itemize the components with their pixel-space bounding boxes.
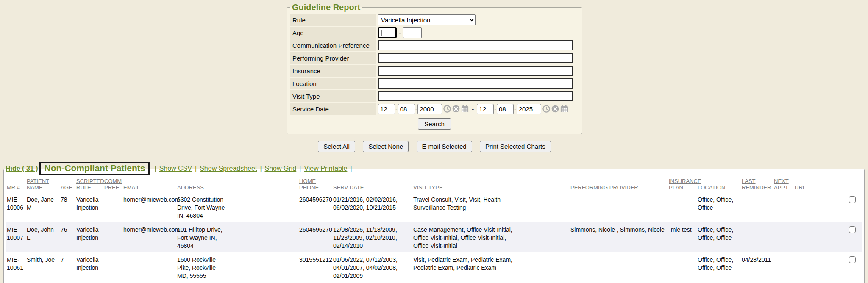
select-all-button[interactable]: Select All	[318, 141, 355, 152]
service-date-to-year[interactable]	[517, 104, 541, 114]
column-header-text: VISIT TYPE	[413, 184, 443, 191]
clock-icon[interactable]	[542, 105, 550, 113]
clear-icon[interactable]	[452, 105, 460, 113]
cell-serv_date: 01/21/2016, 02/02/2016, 06/02/2020, 10/2…	[332, 192, 412, 222]
non-compliant-patients-panel: Hide ( 31 ) Non-Compliant Patients | Sho…	[3, 162, 865, 283]
service-date-from-year[interactable]	[417, 104, 442, 114]
cell-last_reminder	[740, 192, 773, 222]
toolbar-link-view-printable[interactable]: View Printable	[304, 165, 347, 172]
cell-phone: 2604596270	[298, 222, 332, 252]
cell-visit_type: Case Management, Office Visit-Initial, O…	[412, 222, 569, 252]
row-select-checkbox[interactable]	[849, 226, 856, 233]
hide-link[interactable]: Hide ( 31 )	[6, 165, 38, 172]
cell-serv_date: 01/06/2022, 07/12/2003, 04/01/2007, 04/0…	[332, 252, 412, 283]
column-header-age[interactable]: AGE	[59, 177, 75, 192]
search-button[interactable]: Search	[418, 118, 451, 130]
column-header-text: SERV DATE	[333, 184, 364, 191]
cell-visit_type: Travel Consult, Visit, Visit, Health Sur…	[412, 192, 569, 222]
column-header-text: LOCATION	[698, 184, 726, 191]
cell-age: 76	[59, 222, 75, 252]
toolbar-link-show-spreadsheet[interactable]: Show Spreadsheet	[200, 165, 257, 172]
separator: |	[299, 165, 301, 172]
column-header-comm_pref[interactable]: COMMPREF	[103, 177, 122, 192]
toolbar-link-show-grid[interactable]: Show Grid	[265, 165, 297, 172]
calendar-icon[interactable]	[560, 105, 568, 113]
age-range-dash: -	[399, 29, 401, 36]
column-header-address[interactable]: ADDRESS	[176, 177, 298, 192]
column-header-next_appt[interactable]: NEXTAPPT	[773, 177, 793, 192]
location-input[interactable]	[378, 78, 573, 89]
column-header-text: NAME	[27, 184, 43, 191]
service-date-to-day[interactable]	[497, 104, 514, 114]
column-header-email[interactable]: EMAIL	[122, 177, 176, 192]
column-header-text: URL	[795, 184, 806, 191]
service-date-from-month[interactable]	[378, 104, 395, 114]
column-header-text: COMM	[104, 178, 122, 184]
insurance-label: Insurance	[290, 65, 376, 77]
cell-next_appt	[773, 222, 793, 252]
column-header-url[interactable]: URL	[793, 177, 862, 192]
table-row: MIE-10006Doe, Jane M78Varicella Injectio…	[6, 192, 862, 222]
cell-address: 6302 Constitution Drive, Fort Wayne IN, …	[176, 192, 298, 222]
guideline-report-form: Guideline Report Rule Varicella Injectio…	[287, 3, 582, 134]
column-header-name[interactable]: PATIENTNAME	[25, 177, 59, 192]
column-header-rule[interactable]: SCRIPTEDRULE	[75, 177, 103, 192]
insurance-input[interactable]	[378, 66, 573, 76]
print-selected-charts-button[interactable]: Print Selected Charts	[480, 141, 551, 152]
column-header-insurance[interactable]: INSURANCEPLAN	[668, 177, 696, 192]
clock-icon[interactable]	[443, 105, 451, 113]
cell-location: Office, Office, Office, Office	[696, 222, 740, 252]
service-date-range-dash: -	[472, 105, 474, 113]
age-from-input[interactable]	[378, 27, 397, 38]
service-date-from-day[interactable]	[398, 104, 415, 114]
column-header-serv_date[interactable]: SERV DATE	[332, 177, 412, 192]
row-select-checkbox[interactable]	[849, 256, 856, 263]
cell-comm_pref	[103, 252, 122, 283]
column-header-text: SCRIPTED	[76, 178, 104, 184]
cell-last_reminder	[740, 222, 773, 252]
cell-comm_pref	[103, 192, 122, 222]
column-header-mr[interactable]: MR #	[6, 177, 25, 192]
performing-provider-input[interactable]	[378, 53, 573, 63]
cell-address: 1600 Rockville Pike, Rockville MD, 55555	[176, 252, 298, 283]
column-header-last_reminder[interactable]: LASTREMINDER	[740, 177, 773, 192]
cell-address: 101 Hilltop Drive, Fort Wayne IN, 46804	[176, 222, 298, 252]
service-date-to-month[interactable]	[477, 104, 494, 114]
clear-icon[interactable]	[551, 105, 559, 113]
column-header-text: REMINDER	[742, 184, 771, 191]
cell-email: horner@mieweb.com	[122, 192, 176, 222]
row-select-checkbox[interactable]	[849, 196, 856, 203]
column-header-location[interactable]: LOCATION	[696, 177, 740, 192]
email-selected-button[interactable]: E-mail Selected	[417, 141, 472, 152]
cell-phone: 3015551212	[298, 252, 332, 283]
select-none-button[interactable]: Select None	[363, 141, 409, 152]
comm-pref-input[interactable]	[378, 40, 573, 50]
column-header-text: PATIENT	[27, 178, 49, 184]
rule-select[interactable]: Varicella Injection	[378, 14, 476, 25]
column-header-text: PERFORMING PROVIDER	[570, 184, 638, 191]
column-header-visit_type[interactable]: VISIT TYPE	[412, 177, 569, 192]
calendar-icon[interactable]	[461, 105, 469, 113]
guideline-form-table: Rule Varicella Injection Age -	[289, 13, 580, 130]
age-to-input[interactable]	[403, 27, 422, 38]
performing-provider-label: Performing Provider	[290, 52, 376, 64]
visit-type-input[interactable]	[378, 91, 573, 101]
separator: |	[154, 165, 156, 172]
patients-table: MR #PATIENTNAMEAGESCRIPTEDRULECOMMPREFEM…	[6, 177, 862, 283]
column-header-text: EMAIL	[123, 184, 140, 191]
date-dash: -	[514, 105, 516, 112]
column-header-phone[interactable]: HOMEPHONE	[298, 177, 332, 192]
cell-age: 7	[59, 252, 75, 283]
table-row: MIE-10061Smith, Joe7Varicella Injection1…	[6, 252, 862, 283]
report-toolbar-links: Show CSV|Show Spreadsheet|Show Grid|View…	[159, 165, 355, 172]
column-header-text: NEXT	[774, 178, 789, 184]
toolbar-link-show-csv[interactable]: Show CSV	[159, 165, 192, 172]
cell-serv_date: 12/08/2025, 11/18/2009, 11/23/2009, 02/1…	[332, 222, 412, 252]
cell-next_appt	[773, 192, 793, 222]
column-header-text: HOME	[299, 178, 316, 184]
age-label: Age	[290, 27, 376, 39]
column-header-provider[interactable]: PERFORMING PROVIDER	[569, 177, 668, 192]
column-header-text: RULE	[76, 184, 91, 191]
cell-mr: MIE-10061	[6, 252, 25, 283]
cell-url-select	[793, 252, 862, 283]
